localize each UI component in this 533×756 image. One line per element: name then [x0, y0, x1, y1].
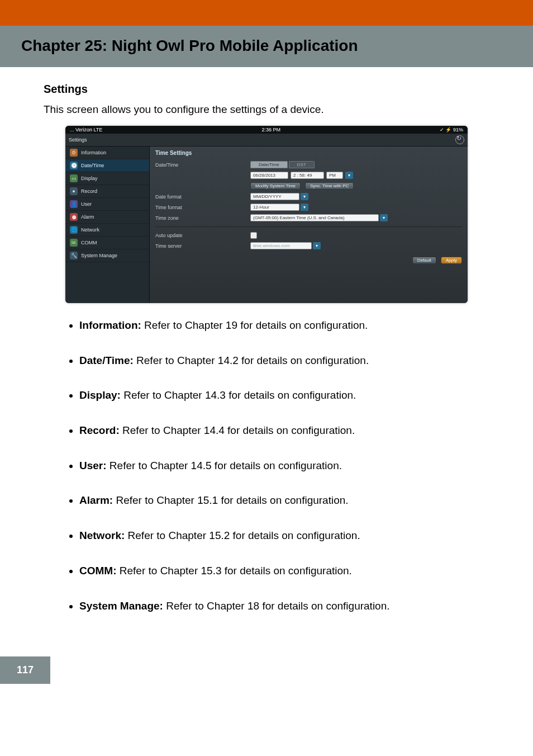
- bullet-term: Record:: [79, 424, 120, 436]
- section-intro: This screen allows you to configure the …: [44, 103, 489, 116]
- list-item: User: Refer to Chapter 14.5 for details …: [79, 459, 489, 473]
- sidebar-item-comm[interactable]: ✉ COMM: [65, 237, 149, 249]
- sidebar-item-network[interactable]: 🌐 Network: [65, 224, 149, 237]
- list-item: COMM: Refer to Chapter 15.3 for details …: [79, 564, 489, 578]
- date-format-label: Date format: [155, 194, 250, 200]
- panel-title: Time Settings: [155, 150, 462, 156]
- sidebar-item-label: Information: [81, 150, 106, 155]
- refresh-icon[interactable]: [455, 135, 464, 144]
- bullet-text: Refer to Chapter 14.2 for details on con…: [134, 355, 369, 366]
- dropdown-icon[interactable]: ▾: [301, 193, 308, 200]
- sidebar-item-alarm[interactable]: ⏰ Alarm: [65, 211, 149, 224]
- bullet-text: Refer to Chapter 18 for details on confi…: [163, 600, 390, 612]
- record-icon: ●: [70, 187, 78, 195]
- sidebar-item-label: System Manage: [81, 253, 117, 258]
- sidebar-item-label: Network: [81, 227, 99, 233]
- sidebar-item-information[interactable]: ⚙ Information: [65, 147, 149, 159]
- user-icon: 👤: [70, 200, 78, 208]
- sidebar-item-record[interactable]: ● Record: [65, 185, 149, 198]
- comm-icon: ✉: [70, 239, 78, 247]
- settings-sidebar: ⚙ Information 🕒 Date/Time ▭ Display ● Re…: [65, 147, 150, 303]
- list-item: Network: Refer to Chapter 15.2 for detai…: [79, 529, 489, 543]
- panel-separator: [155, 226, 462, 227]
- page-number: 117: [0, 656, 50, 684]
- status-carrier: ... Verizon LTE: [70, 127, 102, 133]
- display-icon: ▭: [70, 174, 78, 182]
- list-item: Display: Refer to Chapter 14.3 for detai…: [79, 389, 489, 403]
- bullet-text: Refer to Chapter 15.1 for details on con…: [113, 494, 348, 506]
- sync-time-with-pc-button[interactable]: Sync. Time with PC: [305, 182, 354, 190]
- bullet-term: Display:: [79, 389, 121, 401]
- sidebar-item-datetime[interactable]: 🕒 Date/Time: [65, 159, 149, 172]
- sidebar-item-label: Record: [81, 188, 97, 194]
- default-button[interactable]: Default: [412, 257, 436, 264]
- tab-dst[interactable]: DST: [289, 161, 315, 168]
- clock-icon: 🕒: [70, 162, 78, 169]
- tab-datetime[interactable]: Date/Time: [250, 161, 288, 168]
- sidebar-item-label: Display: [81, 176, 98, 181]
- auto-update-label: Auto update: [155, 233, 250, 238]
- reference-list: Information: Refer to Chapter 19 for det…: [44, 319, 489, 613]
- bullet-text: Refer to Chapter 15.2 for details on con…: [125, 530, 360, 541]
- auto-update-checkbox[interactable]: [250, 232, 257, 239]
- bullet-text: Refer to Chapter 14.3 for details on con…: [121, 389, 356, 401]
- list-item: Alarm: Refer to Chapter 15.1 for details…: [79, 494, 489, 508]
- chapter-title: Chapter 25: Night Owl Pro Mobile Applica…: [21, 37, 512, 55]
- list-item: System Manage: Refer to Chapter 18 for d…: [79, 599, 489, 613]
- bullet-term: System Manage:: [79, 600, 163, 612]
- time-zone-label: Time zone: [155, 215, 250, 221]
- status-battery: ✓ ⚡ 91%: [440, 127, 463, 133]
- wrench-icon: 🔧: [70, 252, 78, 259]
- gear-icon: ⚙: [70, 149, 78, 157]
- dropdown-icon[interactable]: ▾: [380, 214, 388, 221]
- apply-button[interactable]: Apply: [441, 257, 462, 264]
- bullet-term: Information:: [79, 319, 141, 331]
- sidebar-item-label: Date/Time: [81, 163, 104, 168]
- settings-panel: Time Settings Date/Time Date/Time DST 06…: [150, 147, 468, 303]
- ampm-label: PM: [326, 172, 343, 179]
- date-input[interactable]: 06/28/2013: [250, 172, 288, 179]
- date-format-value[interactable]: MM/DD/YYYY: [250, 193, 299, 200]
- sidebar-item-label: COMM: [81, 240, 97, 245]
- chapter-title-bar: Chapter 25: Night Owl Pro Mobile Applica…: [0, 26, 533, 67]
- bullet-text: Refer to Chapter 15.3 for details on con…: [116, 565, 351, 577]
- settings-row-label: Settings: [69, 137, 87, 143]
- dropdown-icon[interactable]: ▾: [301, 204, 308, 211]
- network-icon: 🌐: [70, 226, 78, 234]
- list-item: Record: Refer to Chapter 14.4 for detail…: [79, 424, 489, 438]
- bullet-term: User:: [79, 460, 107, 471]
- bullet-term: Alarm:: [79, 494, 113, 506]
- status-time: 2:36 PM: [261, 127, 280, 133]
- time-server-value[interactable]: time.windows.com: [250, 242, 312, 249]
- bullet-text: Refer to Chapter 14.5 for details on con…: [107, 460, 342, 471]
- sidebar-item-label: Alarm: [81, 214, 94, 220]
- list-item: Information: Refer to Chapter 19 for det…: [79, 319, 489, 333]
- bullet-text: Refer to Chapter 14.4 for details on con…: [120, 424, 355, 436]
- sidebar-item-system-manage[interactable]: 🔧 System Manage: [65, 249, 149, 262]
- time-format-label: Time format: [155, 205, 250, 210]
- time-input[interactable]: 2 : 58: 49: [291, 172, 324, 179]
- row-datetime-label: Date/Time: [155, 162, 250, 168]
- ampm-dropdown-icon[interactable]: ▾: [345, 172, 353, 179]
- time-zone-value[interactable]: (GMT-05:00) Eastern Time (U.S. and Canad…: [250, 214, 379, 221]
- bullet-term: Date/Time:: [79, 355, 134, 366]
- bullet-term: Network:: [79, 530, 125, 541]
- bullet-term: COMM:: [79, 565, 116, 577]
- dropdown-icon[interactable]: ▾: [313, 242, 321, 249]
- time-format-value[interactable]: 12-Hour: [250, 204, 299, 211]
- app-screenshot: ... Verizon LTE 2:36 PM ✓ ⚡ 91% Settings…: [65, 126, 468, 303]
- modify-system-time-button[interactable]: Modify System Time: [250, 182, 301, 190]
- sidebar-item-user[interactable]: 👤 User: [65, 198, 149, 211]
- section-heading: Settings: [44, 83, 489, 96]
- alarm-icon: ⏰: [70, 213, 78, 221]
- sidebar-item-display[interactable]: ▭ Display: [65, 172, 149, 185]
- sidebar-item-label: User: [81, 201, 92, 207]
- top-orange-band: [0, 0, 533, 26]
- bullet-text: Refer to Chapter 19 for details on confi…: [141, 319, 368, 331]
- time-server-label: Time server: [155, 243, 250, 249]
- list-item: Date/Time: Refer to Chapter 14.2 for det…: [79, 354, 489, 368]
